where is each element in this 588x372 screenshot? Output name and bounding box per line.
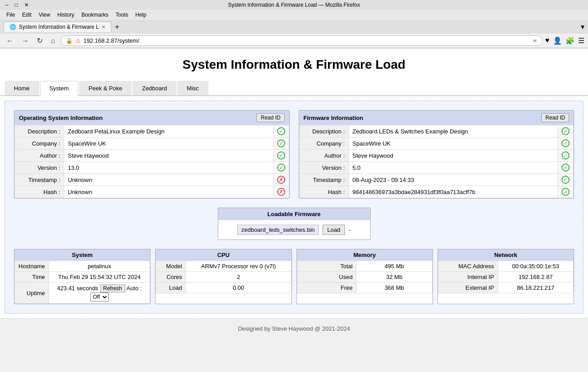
browser-tab-bar: 🌐 System Information & Firmware L ✕ + ▾ [0, 20, 588, 34]
maximize-btn[interactable]: □ [13, 2, 20, 8]
minimize-btn[interactable]: – [4, 2, 10, 8]
tab-peek-poke[interactable]: Peek & Poke [79, 81, 132, 95]
page-content: System Information & Firmware Load Home … [0, 49, 588, 339]
tab-bar-overflow-btn[interactable]: ▾ [581, 22, 584, 31]
tab-zedboard[interactable]: Zedboard [133, 81, 177, 95]
close-btn[interactable]: ✕ [22, 2, 31, 8]
window-minimize-btn[interactable]: – □ ✕ [4, 2, 31, 8]
status-icon: ✓ [558, 186, 574, 198]
status-err-icon: ✗ [277, 188, 285, 196]
reload-btn[interactable]: ↻ [34, 35, 45, 46]
fw-info-title: Firmware Information [304, 115, 363, 121]
firmware-box: Loadable Firmware zedboard_leds_switches… [218, 208, 371, 240]
table-row: Used32 Mb [297, 272, 432, 283]
memory-panel: Memory Total495 MbUsed32 MbFree368 Mb [296, 249, 433, 304]
menu-tools[interactable]: Tools [113, 11, 131, 19]
status-ok-icon: ✓ [561, 188, 570, 196]
row-label: Company : [299, 137, 349, 150]
fw-read-id-button[interactable]: Read ID [541, 113, 569, 122]
tab-system[interactable]: System [40, 81, 78, 96]
row-value: Zedboard PetaLinux Example Design [64, 125, 274, 137]
extensions-icon[interactable]: 🧩 [566, 36, 575, 45]
row-value: 0.00 [186, 283, 291, 293]
row-label: Version : [15, 162, 64, 174]
table-row: Free368 Mb [297, 283, 432, 293]
row-value: Zedboard LEDs & Switches Example Design [349, 125, 558, 137]
memory-panel-header: Memory [297, 249, 433, 261]
cpu-table: ModelARMv7 Processor rev 0 (v7l)Cores2Lo… [155, 261, 291, 293]
row-label: Load [156, 283, 186, 293]
tab-label: System Information & Firmware L [19, 24, 99, 30]
pocket-icon[interactable]: ♥ [545, 36, 550, 45]
bookmark-star-icon[interactable]: ★ [532, 37, 538, 44]
table-row: Load0.00 [156, 283, 291, 293]
window-title: System Information & Firmware Load — Moz… [31, 2, 557, 8]
os-read-id-button[interactable]: Read ID [256, 113, 284, 122]
uptime-label: Uptime [15, 283, 49, 304]
cpu-panel: CPU ModelARMv7 Processor rev 0 (v7l)Core… [155, 249, 292, 304]
refresh-button[interactable]: Refresh [100, 284, 125, 292]
table-row: ModelARMv7 Processor rev 0 (v7l) [156, 261, 291, 272]
browser-tab[interactable]: 🌐 System Information & Firmware L ✕ [4, 22, 111, 32]
row-label: Timestamp : [15, 174, 64, 186]
uptime-text: 423.41 seconds [57, 285, 98, 292]
home-btn[interactable]: ⌂ [48, 36, 58, 46]
auto-select[interactable]: Off On [90, 292, 109, 301]
row-label: Timestamp : [299, 174, 349, 186]
forward-btn[interactable]: → [19, 36, 31, 46]
footer-text: Designed by Steve Haywood @ 2021-2024 [238, 325, 350, 332]
firmware-status: - [349, 226, 350, 233]
table-row: Internal IP192.168.2.87 [438, 272, 573, 283]
fw-info-panel: Firmware Information Read ID Description… [299, 110, 575, 199]
tab-close-btn[interactable]: ✕ [102, 24, 106, 30]
menu-edit[interactable]: Edit [19, 11, 34, 19]
table-row: Company :SpaceWire UK✓ [15, 137, 289, 150]
menu-help[interactable]: Help [133, 11, 149, 19]
menu-file[interactable]: File [4, 11, 18, 19]
row-label: Model [156, 261, 186, 272]
status-icon: ✓ [558, 137, 574, 150]
row-label: Cores [156, 272, 186, 283]
table-row: Company :SpaceWire UK✓ [299, 137, 574, 150]
menu-open-icon[interactable]: ☰ [578, 36, 584, 45]
menu-bookmarks[interactable]: Bookmarks [79, 11, 111, 19]
security-icon: 🔒 [66, 37, 73, 44]
table-row: Timestamp :08-Aug-2023 - 09:14:33✓ [299, 174, 574, 186]
row-label: Description : [15, 125, 64, 137]
row-value: 984148636973a3bdae284931df3f0aa713acff7b [349, 186, 558, 198]
network-panel: Network MAC Address00:0a:35:00:1e:53Inte… [438, 249, 574, 304]
auto-label: Auto : [126, 285, 141, 292]
url-input[interactable] [84, 37, 530, 44]
load-firmware-button[interactable]: Load [323, 225, 345, 235]
row-label: Author : [299, 150, 349, 162]
table-row: Timestamp :Unknown✗ [15, 174, 289, 186]
row-label: Author : [15, 150, 64, 162]
row-value: 192.168.2.87 [498, 272, 573, 283]
new-tab-btn[interactable]: + [113, 23, 121, 31]
time-value: Thu Feb 29 15:54:32 UTC 2024 [49, 272, 150, 283]
table-row: Hash :Unknown✗ [15, 186, 289, 198]
back-btn[interactable]: ← [4, 36, 16, 46]
table-row: Uptime 423.41 seconds Refresh Auto : Off… [15, 283, 150, 304]
menu-bar: File Edit View History Bookmarks Tools H… [0, 10, 588, 20]
account-icon[interactable]: 👤 [553, 36, 562, 45]
table-row: Version :5.0✓ [299, 162, 574, 174]
row-label: Company : [15, 137, 64, 150]
row-value: SpaceWire UK [349, 137, 558, 150]
menu-history[interactable]: History [55, 11, 77, 19]
network-table: MAC Address00:0a:35:00:1e:53Internal IP1… [438, 261, 574, 293]
table-row: Author :Steve Haywood✓ [15, 150, 289, 162]
menu-view[interactable]: View [36, 11, 53, 19]
browser-chrome: – □ ✕ System Information & Firmware Load… [0, 0, 588, 49]
time-label: Time [15, 272, 49, 283]
table-row: Total495 Mb [297, 261, 432, 272]
status-ok-icon: ✓ [277, 139, 285, 147]
page-tabs: Home System Peek & Poke Zedboard Misc [0, 81, 588, 96]
tab-misc[interactable]: Misc [177, 81, 208, 95]
table-row: Hash :984148636973a3bdae284931df3f0aa713… [299, 186, 574, 198]
memory-table: Total495 MbUsed32 MbFree368 Mb [297, 261, 433, 293]
status-ok-icon: ✓ [277, 164, 285, 172]
address-bar[interactable]: 🔒 ⚠ ★ [61, 35, 543, 46]
tab-home[interactable]: Home [4, 81, 39, 95]
row-label: Version : [299, 162, 349, 174]
